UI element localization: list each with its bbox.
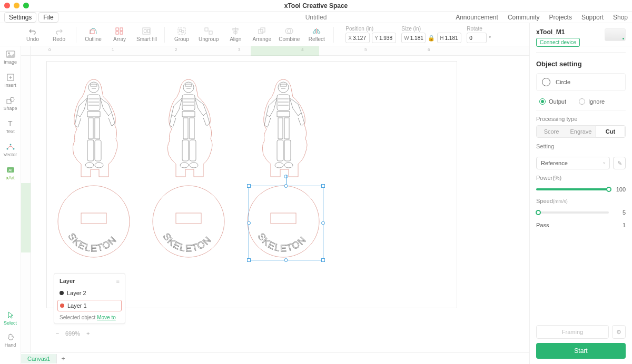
- arrange-button[interactable]: Arrange: [252, 27, 271, 42]
- size-h-input[interactable]: H1.181: [437, 33, 461, 43]
- reference-select[interactable]: Reference: [536, 157, 610, 169]
- combine-button[interactable]: Combine: [279, 27, 300, 42]
- array-button[interactable]: Array: [110, 27, 129, 42]
- add-canvas-button[interactable]: +: [57, 355, 69, 362]
- rotate-group: Rotate 0 °: [467, 26, 492, 43]
- svg-point-31: [9, 144, 11, 146]
- seg-engrave[interactable]: Engrave: [566, 126, 596, 137]
- shape-tool[interactable]: Shape: [0, 95, 21, 113]
- svg-rect-1: [116, 28, 118, 31]
- canvas-tabs: Canvas1 +: [21, 352, 529, 364]
- hand-tool[interactable]: Hand: [0, 331, 21, 349]
- connect-device-button[interactable]: Connect device: [536, 38, 580, 47]
- svg-rect-26: [7, 99, 11, 104]
- canvas-area[interactable]: 0 1 2 3 4 5 6: [21, 46, 529, 352]
- svg-point-29: [6, 148, 8, 150]
- svg-rect-9: [180, 29, 182, 32]
- svg-text:T: T: [8, 119, 13, 128]
- framing-button[interactable]: Framing: [536, 325, 609, 339]
- processing-type-segment: Score Engrave Cut: [536, 125, 626, 138]
- left-tool-sidebar: Image Insert Shape TText Vector AIxArt S…: [0, 46, 21, 364]
- speed-slider[interactable]: [536, 211, 609, 214]
- link-announcement[interactable]: Announcement: [456, 14, 498, 21]
- svg-rect-12: [209, 31, 212, 34]
- position-group: Position (in) X3.127 Y1.938: [345, 26, 396, 43]
- output-radio[interactable]: Output: [539, 98, 566, 105]
- speed-label: Speed(mm/s): [536, 198, 626, 204]
- minimize-window-icon[interactable]: [14, 3, 19, 8]
- property-inspector: Position (in) X3.127 Y1.938 Size (in) W1…: [345, 26, 492, 43]
- layer-panel-title: Layer: [60, 278, 75, 284]
- xart-tool[interactable]: AIxArt: [0, 164, 21, 182]
- setting-label: Setting: [536, 143, 626, 149]
- position-y-input[interactable]: Y1.938: [372, 33, 396, 43]
- image-tool[interactable]: Image: [0, 48, 21, 66]
- power-value: 100: [613, 186, 626, 193]
- svg-rect-4: [120, 32, 123, 34]
- group-button[interactable]: Group: [172, 27, 191, 42]
- svg-rect-7: [147, 29, 150, 33]
- speed-value: 5: [613, 209, 626, 216]
- link-community[interactable]: Community: [508, 14, 540, 21]
- canvas-tab-1[interactable]: Canvas1: [21, 354, 57, 363]
- ignore-radio[interactable]: Ignore: [579, 98, 605, 105]
- selection-box[interactable]: [249, 186, 323, 260]
- layer-sort-icon[interactable]: ≡: [116, 278, 120, 284]
- select-tool[interactable]: Select: [0, 309, 21, 327]
- pass-label: Pass: [536, 222, 609, 228]
- undo-button[interactable]: Undo: [23, 27, 42, 42]
- right-panel: xTool_M1 Connect device Object setting C…: [529, 23, 632, 364]
- layer-panel[interactable]: Layer≡ Layer 2 Layer 1 Selected object M…: [54, 273, 125, 324]
- material-edit-button[interactable]: ✎: [613, 157, 626, 169]
- svg-rect-3: [116, 32, 118, 34]
- seg-score[interactable]: Score: [537, 126, 566, 137]
- outline-button[interactable]: Outline: [84, 27, 103, 42]
- document-title: Untitled: [305, 14, 327, 21]
- link-projects[interactable]: Projects: [549, 14, 572, 21]
- object-setting-title: Object setting: [536, 60, 626, 68]
- pass-row: Pass 1: [536, 222, 626, 228]
- zoom-in-button[interactable]: +: [84, 330, 92, 337]
- insert-tool[interactable]: Insert: [0, 72, 21, 89]
- vector-tool[interactable]: Vector: [0, 141, 21, 159]
- rotate-input[interactable]: 0: [467, 33, 487, 43]
- align-button[interactable]: Align: [226, 27, 245, 42]
- object-shape-name: Circle: [556, 79, 570, 85]
- menu-file[interactable]: File: [38, 12, 58, 23]
- maximize-window-icon[interactable]: [23, 3, 29, 8]
- link-shop[interactable]: Shop: [613, 14, 628, 21]
- size-w-input[interactable]: W1.181: [401, 33, 426, 43]
- size-group: Size (in) W1.181 🔒 H1.181: [401, 26, 461, 43]
- svg-rect-11: [205, 28, 208, 31]
- position-x-input[interactable]: X3.127: [345, 33, 370, 43]
- ungroup-button[interactable]: Ungroup: [199, 27, 219, 42]
- aspect-lock-icon[interactable]: 🔒: [428, 35, 435, 42]
- smartfill-button[interactable]: Smart fill: [136, 27, 157, 42]
- svg-rect-10: [182, 31, 184, 33]
- layer-footer: Selected object Move to: [54, 312, 125, 320]
- menu-bar: Settings File Untitled Announcement Comm…: [0, 12, 632, 23]
- svg-rect-2: [120, 28, 123, 31]
- text-tool[interactable]: TText: [0, 118, 21, 136]
- move-to-link[interactable]: Move to: [97, 315, 116, 320]
- reflect-button[interactable]: Reflect: [307, 27, 326, 42]
- close-window-icon[interactable]: [4, 3, 10, 8]
- svg-point-30: [13, 148, 14, 150]
- seg-cut[interactable]: Cut: [596, 126, 625, 137]
- link-support[interactable]: Support: [581, 14, 604, 21]
- redo-button[interactable]: Redo: [50, 27, 68, 42]
- layer-row-1[interactable]: Layer 1: [57, 300, 122, 311]
- menu-settings[interactable]: Settings: [4, 12, 36, 23]
- framing-settings-button[interactable]: ⚙: [612, 325, 626, 339]
- device-thumbnail: [605, 28, 626, 41]
- output-ignore-row: Output Ignore: [536, 96, 626, 110]
- circle-icon: [542, 78, 550, 86]
- start-button[interactable]: Start: [536, 343, 626, 359]
- svg-point-22: [8, 53, 9, 54]
- window-titlebar: xTool Creative Space: [0, 0, 632, 12]
- zoom-out-button[interactable]: −: [54, 330, 61, 337]
- ruler-corner: [21, 46, 31, 56]
- power-slider[interactable]: [536, 188, 609, 190]
- layer-row-2[interactable]: Layer 2: [54, 287, 125, 299]
- zoom-value: 699%: [65, 330, 80, 337]
